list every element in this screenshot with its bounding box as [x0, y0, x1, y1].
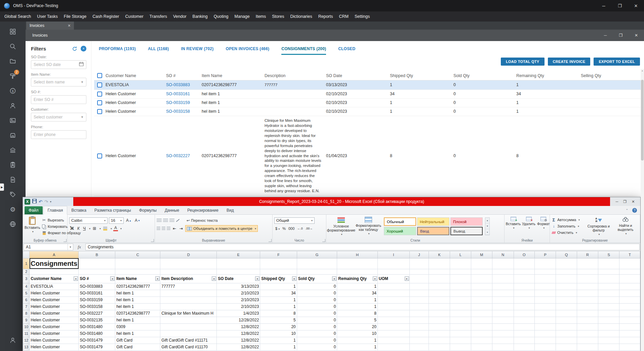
- cell-R5[interactable]: [577, 290, 598, 296]
- cell-A3[interactable]: Customer Name▼: [30, 274, 79, 283]
- menu-banking[interactable]: Banking: [190, 11, 211, 22]
- row-header-3[interactable]: 3: [23, 274, 30, 283]
- cell-R4[interactable]: [577, 283, 598, 290]
- format-as-table-button[interactable]: Форматировать как таблицу▾: [356, 216, 381, 238]
- cell-I5[interactable]: [377, 290, 409, 296]
- invoice-row-so-0033883[interactable]: EVESTOLIASO-0033883020714236298777777777…: [94, 80, 644, 90]
- cell-M13[interactable]: [471, 344, 492, 350]
- column-header-T[interactable]: T: [619, 251, 640, 258]
- cell-M2[interactable]: [471, 269, 492, 274]
- create-invoice-button[interactable]: CREATE INVOICE: [548, 58, 591, 66]
- cell-H12[interactable]: 1: [337, 337, 378, 344]
- cell-D9[interactable]: [160, 317, 217, 323]
- cell-H5[interactable]: 34: [337, 290, 378, 296]
- table-scrollbar[interactable]: ▲: [641, 69, 644, 351]
- restore-button[interactable]: ❐: [612, 0, 628, 11]
- cell-T5[interactable]: [619, 290, 640, 296]
- tab-open-invoices-466[interactable]: OPEN INVOICES (466): [226, 46, 269, 55]
- row-header-8[interactable]: 8: [23, 310, 30, 317]
- cell-C13[interactable]: Gift Card: [115, 344, 160, 350]
- bank-icon[interactable]: [5, 143, 20, 157]
- column-header-so[interactable]: SO #: [166, 73, 202, 78]
- cell-Q5[interactable]: [556, 290, 577, 296]
- menu-global-search[interactable]: Global Search: [1, 11, 34, 22]
- font-color-button[interactable]: А: [113, 226, 118, 231]
- help-icon[interactable]: ?: [632, 208, 637, 213]
- excel-logo-icon[interactable]: X: [25, 199, 30, 205]
- tab-proforma-1193[interactable]: PROFORMA (1193): [99, 46, 136, 55]
- row-header-4[interactable]: 4: [23, 283, 30, 290]
- redo-icon[interactable]: ↷: [44, 200, 48, 204]
- column-header-O[interactable]: O: [514, 251, 534, 258]
- cell-S4[interactable]: [598, 283, 619, 290]
- tab-consignments-200[interactable]: CONSIGNMENTS (200): [281, 46, 326, 55]
- clipboard-dialog-launcher[interactable]: [64, 239, 67, 242]
- cell-D4[interactable]: 777777: [160, 283, 217, 290]
- cell-I3[interactable]: UOM▼: [377, 274, 409, 283]
- cell-C6[interactable]: hel item 1: [115, 296, 160, 303]
- cell-Q10[interactable]: [556, 323, 577, 330]
- user-profile-icon[interactable]: [5, 333, 20, 348]
- cell-Q8[interactable]: [556, 310, 577, 317]
- cell-A7[interactable]: Helen Customer: [30, 303, 79, 310]
- cell-S1[interactable]: [598, 258, 619, 269]
- autofilter-icon[interactable]: ▼: [292, 277, 296, 281]
- cell-N5[interactable]: [492, 290, 514, 296]
- cell-Q2[interactable]: [556, 269, 577, 274]
- cell-T2[interactable]: [619, 269, 640, 274]
- cell-M12[interactable]: [471, 337, 492, 344]
- cell-R2[interactable]: [577, 269, 598, 274]
- cell-K1[interactable]: [429, 258, 450, 269]
- ribbon-tab-рецензирование[interactable]: Рецензирование: [183, 206, 223, 214]
- cell-M7[interactable]: [471, 303, 492, 310]
- cell-C3[interactable]: Item Name▼: [115, 274, 160, 283]
- cell-O5[interactable]: [514, 290, 534, 296]
- cell-I8[interactable]: [377, 310, 409, 317]
- scrollbar-thumb[interactable]: [641, 80, 644, 161]
- column-header-remaining-qty[interactable]: Remaining Qty: [516, 73, 581, 78]
- tab-closed[interactable]: CLOSED: [338, 46, 355, 55]
- invoices-document-tab[interactable]: Invoices ×: [26, 22, 74, 30]
- cell-O11[interactable]: [514, 330, 534, 337]
- cell-F10[interactable]: 20: [260, 323, 297, 330]
- cell-G12[interactable]: 0: [297, 337, 337, 344]
- cell-R8[interactable]: [577, 310, 598, 317]
- cell-H6[interactable]: 1: [337, 296, 378, 303]
- column-header-D[interactable]: D: [160, 251, 217, 258]
- tab-close-icon[interactable]: ×: [68, 23, 71, 28]
- ribbon-tab-формулы[interactable]: Формулы: [135, 206, 161, 214]
- cell-D13[interactable]: Gift CardGift Card #11170: [160, 344, 217, 350]
- column-header-J[interactable]: J: [409, 251, 429, 258]
- cell-S10[interactable]: [598, 323, 619, 330]
- cell-T9[interactable]: [619, 317, 640, 323]
- align-middle-icon[interactable]: [163, 219, 168, 222]
- cell-N8[interactable]: [492, 310, 514, 317]
- cell-B12[interactable]: SO-0031479: [79, 337, 115, 344]
- cell-S3[interactable]: [598, 274, 619, 283]
- cell-F11[interactable]: 10: [260, 330, 297, 337]
- cell-H7[interactable]: 1: [337, 303, 378, 310]
- cell-A8[interactable]: Helen Customer: [30, 310, 79, 317]
- document-icon[interactable]: [5, 172, 20, 187]
- cell-I2[interactable]: [377, 269, 409, 274]
- paste-button[interactable]: Вставить▾: [25, 216, 40, 238]
- number-format-select[interactable]: Общий▾: [274, 217, 315, 224]
- cell-E8[interactable]: 1/4/2023: [217, 310, 260, 317]
- cell-E1[interactable]: [217, 258, 260, 269]
- export-to-excel-button[interactable]: EXPORT TO EXCEL: [594, 58, 640, 66]
- menu-quoting[interactable]: Quoting: [211, 11, 232, 22]
- ribbon-tab-вставка[interactable]: Вставка: [67, 206, 90, 214]
- menu-dictionaries[interactable]: Dictionaries: [287, 11, 315, 22]
- ribbon-collapse-icon[interactable]: ⌃: [626, 209, 628, 212]
- cell-B6[interactable]: SO-0033159: [79, 296, 115, 303]
- autofilter-icon[interactable]: ▼: [155, 277, 160, 281]
- cell-J6[interactable]: [409, 296, 429, 303]
- cell-A11[interactable]: Helen Customer: [30, 330, 79, 337]
- cell-L6[interactable]: [450, 296, 471, 303]
- column-header-A[interactable]: A: [30, 251, 79, 258]
- payments-icon[interactable]: $: [5, 83, 20, 98]
- align-bottom-icon[interactable]: [169, 219, 174, 222]
- menu-stores[interactable]: Stores: [269, 11, 287, 22]
- cell-L2[interactable]: [450, 269, 471, 274]
- column-header-I[interactable]: I: [377, 251, 409, 258]
